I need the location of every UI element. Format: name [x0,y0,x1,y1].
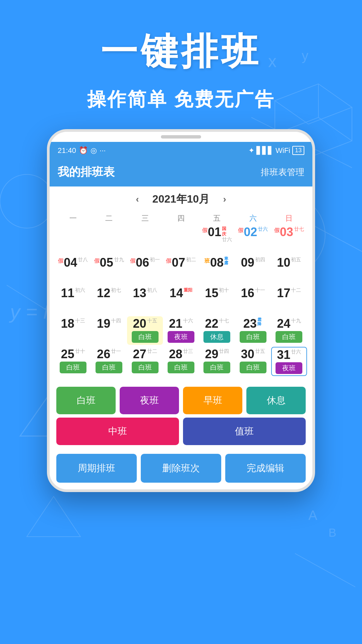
battery-icon: 13 [292,146,304,155]
shift-badge-day-20: 白班 [132,331,159,343]
shift-btn-day[interactable]: 白班 [56,387,116,414]
cal-day-17[interactable]: 17 十二 [271,286,307,314]
cal-day-29[interactable]: 29 廿四 白班 [199,347,235,376]
bottom-actions: 周期排班 删除班次 完成编辑 [50,450,312,489]
main-title: 一键排班 [0,27,362,77]
cal-day-09[interactable]: 09 初四 [235,255,271,284]
status-time: 21:40 [58,146,76,155]
shift-badge-day-28: 白班 [168,362,194,373]
phone-speaker [161,135,201,139]
shift-badge-day-27: 白班 [132,362,159,373]
cal-day-30[interactable]: 30 廿五 白班 [235,347,271,376]
shift-buttons-row2: 中班 值班 [50,418,312,450]
svg-marker-4 [27,496,80,537]
cal-day-13[interactable]: 13 初八 [127,286,163,314]
app-title: 我的排班表 [58,164,115,180]
cal-day-12[interactable]: 12 初七 [91,286,127,314]
cal-day-26[interactable]: 26 廿一 白班 [91,347,127,376]
phone-mockup: 21:40 ⏰ ◎ ··· ✦ ▋▋▋ WiFi 13 我的排班表 排班表管理 … [47,129,315,492]
wifi-icon: WiFi [276,146,290,155]
cal-day-02[interactable]: 假 02 廿六 [235,225,271,253]
manage-button[interactable]: 排班表管理 [261,166,304,178]
shift-btn-rest[interactable]: 休息 [246,387,306,414]
cal-day-07[interactable]: 假 07 初二 [163,255,199,284]
cal-day-23[interactable]: 23 霜降 白班 [235,316,271,345]
finish-edit-button[interactable]: 完成编辑 [225,454,306,483]
cal-day-19[interactable]: 19 十四 [91,316,127,345]
cal-day-06[interactable]: 假 06 初一 [127,255,163,284]
shift-badge-day-24: 白班 [276,331,302,343]
weekday-sun: 日 [271,213,307,223]
shift-buttons-row1: 白班 夜班 早班 休息 [50,381,312,418]
status-bar: 21:40 ⏰ ◎ ··· ✦ ▋▋▋ WiFi 13 [50,142,312,159]
cal-day-28[interactable]: 28 廿三 白班 [163,347,199,376]
vpn-icon: ◎ [90,146,97,155]
weekday-thu: 四 [163,213,199,223]
cal-day-04[interactable]: 假 04 廿八 [55,255,91,284]
weekday-tue: 二 [91,213,127,223]
cal-day-14[interactable]: 14 重阳 [163,286,199,314]
shift-badge-rest-22: 休息 [203,331,230,343]
month-label: 2021年10月 [153,192,210,207]
cal-day-22[interactable]: 22 十七 休息 [199,316,235,345]
svg-line-17 [295,553,355,587]
month-navigation: ‹ 2021年10月 › [52,192,310,207]
week-header: 一 二 三 四 五 六 日 [52,213,310,223]
alarm-icon: ⏰ [79,146,88,155]
shift-badge-day-26: 白班 [96,362,122,373]
periodic-schedule-button[interactable]: 周期排班 [56,454,137,483]
calendar-area: ‹ 2021年10月 › 一 二 三 四 五 六 日 假 [50,186,312,381]
cal-day-24[interactable]: 24 十九 白班 [271,316,307,345]
app-header: 我的排班表 排班表管理 [50,159,312,186]
cal-empty-4 [163,225,199,253]
cal-empty-2 [91,225,127,253]
shift-badge-night-21: 夜班 [168,331,194,343]
prev-month-button[interactable]: ‹ [136,194,139,205]
shift-badge-day-29: 白班 [203,362,230,373]
bluetooth-icon: ✦ [248,146,254,155]
shift-badge-day-25: 白班 [60,362,86,373]
weekday-mon: 一 [55,213,91,223]
cal-day-10[interactable]: 10 初五 [271,255,307,284]
cal-day-16[interactable]: 16 十一 [235,286,271,314]
shift-btn-night[interactable]: 夜班 [120,387,179,414]
shift-btn-morning[interactable]: 早班 [183,387,242,414]
sub-title: 操作简单 免费无广告 [0,87,362,112]
svg-text:B: B [328,526,336,539]
cal-day-05[interactable]: 假 05 廿九 [91,255,127,284]
cal-day-21[interactable]: 21 十六 夜班 [163,316,199,345]
svg-point-13 [0,174,54,228]
shift-badge-day-30: 白班 [240,362,266,373]
header-area: 一键排班 操作简单 免费无广告 [0,0,362,112]
cal-day-27[interactable]: 27 廿二 白班 [127,347,163,376]
cal-empty-1 [55,225,91,253]
weekday-sat: 六 [235,213,271,223]
cal-day-01[interactable]: 假 01 国庆 廿六 [199,225,235,253]
cal-day-18[interactable]: 18 十三 [55,316,91,345]
cal-day-03[interactable]: 假 03 廿七 [271,225,307,253]
cal-day-11[interactable]: 11 初六 [55,286,91,314]
more-icon: ··· [100,146,106,155]
shift-btn-mid[interactable]: 中班 [56,418,179,445]
svg-text:A: A [308,508,317,523]
shift-badge-night-31: 夜班 [276,362,302,374]
phone-top [50,132,312,142]
next-month-button[interactable]: › [223,194,226,205]
status-left: 21:40 ⏰ ◎ ··· [58,146,106,155]
cal-day-20[interactable]: 20 十五 白班 [127,316,163,345]
status-right: ✦ ▋▋▋ WiFi 13 [248,146,304,155]
cal-day-08[interactable]: 班 08 寒露 [199,255,235,284]
weekday-fri: 五 [199,213,235,223]
signal-icon: ▋▋▋ [256,146,274,155]
cal-day-15[interactable]: 15 初十 [199,286,235,314]
cal-day-31[interactable]: 31 廿六 夜班 [271,347,307,376]
delete-shift-button[interactable]: 删除班次 [141,454,221,483]
weekday-wed: 三 [127,213,163,223]
shift-btn-duty[interactable]: 值班 [183,418,306,445]
cal-day-25[interactable]: 25 廿十 白班 [55,347,91,376]
shift-badge-day-23: 白班 [240,331,266,343]
cal-empty-3 [127,225,163,253]
calendar-grid: 假 01 国庆 廿六 假 02 廿六 [52,225,310,376]
